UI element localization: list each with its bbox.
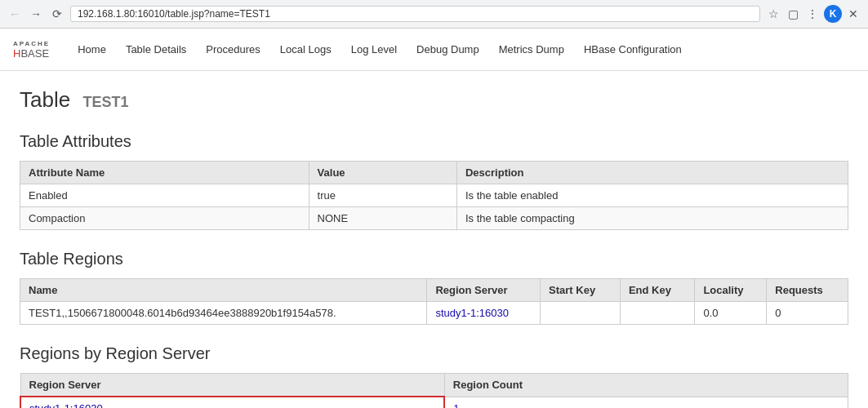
attr-name-enabled: Enabled [20,184,309,207]
table-row: TEST1,,1506671800048.6014b6d93464ee38889… [20,302,848,325]
logo-base: BASE [20,47,49,60]
logo: APACHE HBASE [13,40,50,60]
table-regions-section: Table Regions Name Region Server Start K… [20,250,848,325]
browser-icons: ☆ ▢ ⋮ K ✕ [765,5,861,23]
logo-apache-text: APACHE [13,40,50,47]
nav-hbase-config[interactable]: HBase Configuration [576,38,690,60]
attr-name-compaction: Compaction [20,207,309,230]
attr-desc-enabled: Is the table enabled [456,184,848,207]
region-start-key [541,302,621,325]
attributes-table: Attribute Name Value Description Enabled… [20,161,848,230]
page-title-text: Table [20,87,70,112]
logo-h: H [13,47,20,60]
region-end-key [620,302,695,325]
forward-button[interactable]: → [28,6,44,22]
page-table-name: TEST1 [82,94,128,110]
nav-procedures[interactable]: Procedures [198,38,268,60]
region-col-requests: Requests [767,279,848,302]
region-col-endkey: End Key [620,279,695,302]
region-col-server: Region Server [427,279,541,302]
regions-table: Name Region Server Start Key End Key Loc… [20,278,848,325]
table-attributes-section: Table Attributes Attribute Name Value De… [20,132,848,230]
region-col-startkey: Start Key [541,279,621,302]
attr-col-value: Value [309,162,456,184]
rbs-server-cell: study1-1:16030 [20,397,444,408]
table-attributes-title: Table Attributes [20,132,848,151]
user-avatar: K [824,5,842,23]
nav-debug-dump[interactable]: Debug Dump [408,38,487,60]
rbs-count-link[interactable]: 1 [453,402,459,409]
region-server-link-cell: study1-1:16030 [427,302,541,325]
extension-icon[interactable]: ▢ [785,6,801,22]
top-nav: APACHE HBASE Home Table Details Procedur… [0,29,868,71]
page-title: Table TEST1 [20,87,848,113]
browser-chrome: ← → ⟳ ☆ ▢ ⋮ K ✕ [0,0,868,29]
table-row: Enabled true Is the table enabled [20,184,848,207]
attr-col-name: Attribute Name [20,162,309,184]
rbs-col-server: Region Server [20,374,444,397]
region-server-link[interactable]: study1-1:16030 [435,307,509,319]
region-server-table: Region Server Region Count study1-1:1603… [20,373,848,408]
attr-value-compaction: NONE [309,207,456,230]
nav-links: Home Table Details Procedures Local Logs… [69,38,690,60]
nav-home[interactable]: Home [69,38,114,60]
region-requests: 0 [767,302,848,325]
logo-hbase: HBASE [13,47,50,60]
regions-by-server-title: Regions by Region Server [20,344,848,363]
attr-value-enabled: true [309,184,456,207]
address-bar[interactable] [70,6,760,22]
page-content: Table TEST1 Table Attributes Attribute N… [0,71,868,408]
region-col-name: Name [20,279,427,302]
region-name: TEST1,,1506671800048.6014b6d93464ee38889… [20,302,427,325]
attr-desc-compaction: Is the table compacting [456,207,848,230]
table-regions-title: Table Regions [20,250,848,268]
region-col-locality: Locality [695,279,767,302]
bookmark-icon[interactable]: ☆ [765,6,781,22]
regions-by-server-section: Regions by Region Server Region Server R… [20,344,848,408]
menu-icon[interactable]: ⋮ [804,6,821,22]
nav-table-details[interactable]: Table Details [118,38,194,60]
table-row: study1-1:16030 1 [20,397,848,408]
close-icon[interactable]: ✕ [845,6,861,22]
attr-col-desc: Description [456,162,848,184]
table-row: Compaction NONE Is the table compacting [20,207,848,230]
back-button[interactable]: ← [7,6,23,22]
region-locality: 0.0 [695,302,767,325]
reload-button[interactable]: ⟳ [49,6,65,22]
nav-metrics-dump[interactable]: Metrics Dump [491,38,572,60]
nav-local-logs[interactable]: Local Logs [272,38,340,60]
rbs-col-count: Region Count [444,374,848,397]
nav-log-level[interactable]: Log Level [343,38,405,60]
rbs-server-link[interactable]: study1-1:16030 [29,402,103,408]
rbs-count-cell: 1 [444,397,848,408]
